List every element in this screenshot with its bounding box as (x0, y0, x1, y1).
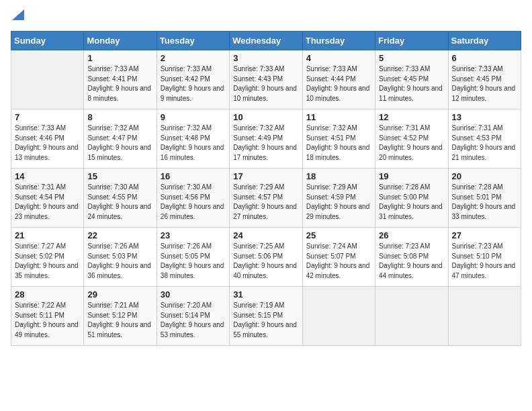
calendar-cell: 17Sunrise: 7:29 AM Sunset: 4:57 PM Dayli… (230, 169, 302, 228)
calendar-cell: 19Sunrise: 7:28 AM Sunset: 5:00 PM Dayli… (375, 169, 448, 228)
day-number: 10 (233, 112, 298, 122)
calendar-table: SundayMondayTuesdayWednesdayThursdayFrid… (11, 31, 521, 346)
day-header-row: SundayMondayTuesdayWednesdayThursdayFrid… (11, 32, 521, 50)
calendar-week-row: 1Sunrise: 7:33 AM Sunset: 4:41 PM Daylig… (11, 50, 521, 109)
svg-marker-0 (12, 9, 24, 20)
day-number: 18 (306, 171, 371, 181)
calendar-cell: 25Sunrise: 7:24 AM Sunset: 5:07 PM Dayli… (302, 228, 375, 287)
day-header-wednesday: Wednesday (230, 32, 302, 50)
calendar-cell: 5Sunrise: 7:33 AM Sunset: 4:45 PM Daylig… (375, 50, 448, 109)
day-info: Sunrise: 7:32 AM Sunset: 4:47 PM Dayligh… (87, 124, 152, 163)
day-header-sunday: Sunday (11, 32, 84, 50)
day-number: 20 (452, 171, 517, 181)
calendar-cell: 3Sunrise: 7:33 AM Sunset: 4:43 PM Daylig… (230, 50, 302, 109)
day-info: Sunrise: 7:32 AM Sunset: 4:49 PM Dayligh… (233, 124, 298, 163)
calendar-week-row: 14Sunrise: 7:31 AM Sunset: 4:54 PM Dayli… (11, 169, 521, 228)
calendar-cell: 2Sunrise: 7:33 AM Sunset: 4:42 PM Daylig… (157, 50, 229, 109)
day-info: Sunrise: 7:26 AM Sunset: 5:03 PM Dayligh… (87, 242, 152, 281)
calendar-cell: 23Sunrise: 7:26 AM Sunset: 5:05 PM Dayli… (157, 228, 229, 287)
calendar-cell (448, 287, 521, 346)
day-header-monday: Monday (84, 32, 157, 50)
day-header-friday: Friday (375, 32, 448, 50)
day-number: 14 (15, 171, 80, 181)
day-info: Sunrise: 7:33 AM Sunset: 4:44 PM Dayligh… (306, 64, 371, 103)
day-number: 12 (379, 112, 444, 122)
calendar-cell: 9Sunrise: 7:32 AM Sunset: 4:48 PM Daylig… (157, 109, 229, 169)
calendar-cell: 4Sunrise: 7:33 AM Sunset: 4:44 PM Daylig… (302, 50, 375, 109)
calendar-cell: 21Sunrise: 7:27 AM Sunset: 5:02 PM Dayli… (11, 228, 84, 287)
day-info: Sunrise: 7:29 AM Sunset: 4:57 PM Dayligh… (233, 183, 298, 222)
calendar-cell: 28Sunrise: 7:22 AM Sunset: 5:11 PM Dayli… (11, 287, 84, 346)
calendar-cell: 29Sunrise: 7:21 AM Sunset: 5:12 PM Dayli… (84, 287, 157, 346)
calendar-cell: 6Sunrise: 7:33 AM Sunset: 4:45 PM Daylig… (448, 50, 521, 109)
day-number: 1 (87, 53, 152, 63)
day-number: 9 (161, 112, 226, 122)
calendar-cell: 7Sunrise: 7:33 AM Sunset: 4:46 PM Daylig… (11, 109, 84, 169)
day-info: Sunrise: 7:33 AM Sunset: 4:41 PM Dayligh… (87, 64, 152, 103)
day-info: Sunrise: 7:28 AM Sunset: 5:00 PM Dayligh… (379, 183, 444, 222)
day-info: Sunrise: 7:24 AM Sunset: 5:07 PM Dayligh… (306, 242, 371, 281)
day-number: 2 (161, 53, 226, 63)
day-number: 4 (306, 53, 371, 63)
calendar-cell: 10Sunrise: 7:32 AM Sunset: 4:49 PM Dayli… (230, 109, 302, 169)
day-info: Sunrise: 7:25 AM Sunset: 5:06 PM Dayligh… (233, 242, 298, 281)
day-info: Sunrise: 7:30 AM Sunset: 4:55 PM Dayligh… (87, 183, 152, 222)
day-info: Sunrise: 7:33 AM Sunset: 4:45 PM Dayligh… (379, 64, 444, 103)
day-info: Sunrise: 7:29 AM Sunset: 4:59 PM Dayligh… (306, 183, 371, 222)
calendar-cell: 1Sunrise: 7:33 AM Sunset: 4:41 PM Daylig… (84, 50, 157, 109)
logo-triangle-icon (12, 9, 24, 20)
day-info: Sunrise: 7:33 AM Sunset: 4:46 PM Dayligh… (15, 124, 80, 163)
calendar-cell (302, 287, 375, 346)
day-info: Sunrise: 7:28 AM Sunset: 5:01 PM Dayligh… (452, 183, 517, 222)
day-info: Sunrise: 7:26 AM Sunset: 5:05 PM Dayligh… (161, 242, 226, 281)
day-info: Sunrise: 7:22 AM Sunset: 5:11 PM Dayligh… (15, 301, 80, 340)
calendar-cell: 16Sunrise: 7:30 AM Sunset: 4:56 PM Dayli… (157, 169, 229, 228)
day-info: Sunrise: 7:23 AM Sunset: 5:08 PM Dayligh… (379, 242, 444, 281)
calendar-cell: 31Sunrise: 7:19 AM Sunset: 5:15 PM Dayli… (230, 287, 302, 346)
day-number: 5 (379, 53, 444, 63)
day-info: Sunrise: 7:31 AM Sunset: 4:52 PM Dayligh… (379, 124, 444, 163)
day-number: 15 (87, 171, 152, 181)
day-number: 22 (87, 230, 152, 240)
logo (11, 11, 24, 24)
calendar-cell: 11Sunrise: 7:32 AM Sunset: 4:51 PM Dayli… (302, 109, 375, 169)
day-number: 3 (233, 53, 298, 63)
day-number: 31 (233, 289, 298, 300)
calendar-cell: 12Sunrise: 7:31 AM Sunset: 4:52 PM Dayli… (375, 109, 448, 169)
day-number: 6 (452, 53, 517, 63)
calendar-week-row: 21Sunrise: 7:27 AM Sunset: 5:02 PM Dayli… (11, 228, 521, 287)
calendar-cell: 20Sunrise: 7:28 AM Sunset: 5:01 PM Dayli… (448, 169, 521, 228)
calendar-cell: 15Sunrise: 7:30 AM Sunset: 4:55 PM Dayli… (84, 169, 157, 228)
day-number: 27 (452, 230, 517, 240)
day-header-saturday: Saturday (448, 32, 521, 50)
day-number: 29 (87, 289, 152, 300)
day-info: Sunrise: 7:23 AM Sunset: 5:10 PM Dayligh… (452, 242, 517, 281)
calendar-cell: 8Sunrise: 7:32 AM Sunset: 4:47 PM Daylig… (84, 109, 157, 169)
day-info: Sunrise: 7:31 AM Sunset: 4:54 PM Dayligh… (15, 183, 80, 222)
day-number: 26 (379, 230, 444, 240)
day-number: 17 (233, 171, 298, 181)
calendar-cell: 14Sunrise: 7:31 AM Sunset: 4:54 PM Dayli… (11, 169, 84, 228)
day-info: Sunrise: 7:21 AM Sunset: 5:12 PM Dayligh… (87, 301, 152, 340)
day-info: Sunrise: 7:33 AM Sunset: 4:42 PM Dayligh… (161, 64, 226, 103)
day-number: 11 (306, 112, 371, 122)
day-info: Sunrise: 7:33 AM Sunset: 4:43 PM Dayligh… (233, 64, 298, 103)
day-number: 8 (87, 112, 152, 122)
day-info: Sunrise: 7:31 AM Sunset: 4:53 PM Dayligh… (452, 124, 517, 163)
day-number: 28 (15, 289, 80, 300)
day-number: 23 (161, 230, 226, 240)
day-number: 30 (161, 289, 226, 300)
calendar-cell: 27Sunrise: 7:23 AM Sunset: 5:10 PM Dayli… (448, 228, 521, 287)
day-header-tuesday: Tuesday (157, 32, 229, 50)
calendar-cell: 24Sunrise: 7:25 AM Sunset: 5:06 PM Dayli… (230, 228, 302, 287)
day-info: Sunrise: 7:33 AM Sunset: 4:45 PM Dayligh… (452, 64, 517, 103)
day-number: 21 (15, 230, 80, 240)
calendar-week-row: 28Sunrise: 7:22 AM Sunset: 5:11 PM Dayli… (11, 287, 521, 346)
page-header (11, 11, 521, 24)
day-info: Sunrise: 7:32 AM Sunset: 4:48 PM Dayligh… (161, 124, 226, 163)
calendar-cell: 26Sunrise: 7:23 AM Sunset: 5:08 PM Dayli… (375, 228, 448, 287)
calendar-cell: 30Sunrise: 7:20 AM Sunset: 5:14 PM Dayli… (157, 287, 229, 346)
day-number: 19 (379, 171, 444, 181)
day-number: 16 (161, 171, 226, 181)
day-info: Sunrise: 7:27 AM Sunset: 5:02 PM Dayligh… (15, 242, 80, 281)
